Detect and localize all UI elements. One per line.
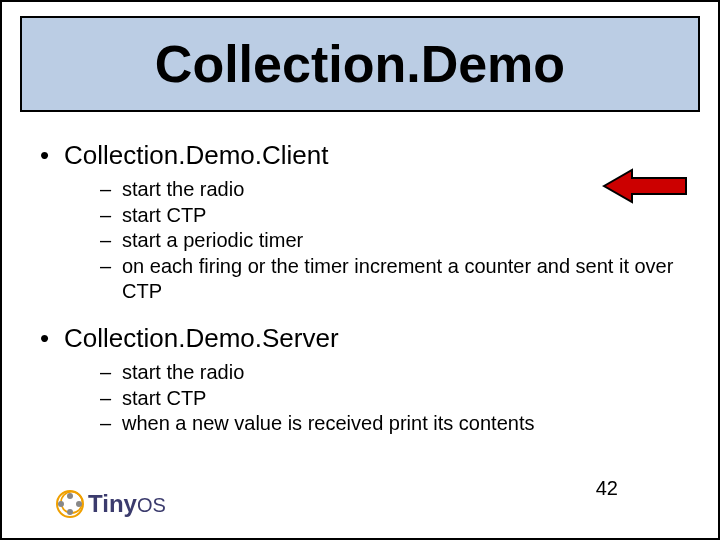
section-heading-text: Collection.Demo.Client [64,140,328,171]
list-item-text: on each firing or the timer increment a … [122,254,680,305]
arrow-shape [604,170,686,202]
title-band: Collection.Demo [20,16,700,112]
list-item-text: when a new value is received print its c… [122,411,680,437]
dash-icon: – [100,360,122,386]
list-item: – start a periodic timer [100,228,680,254]
section-server-items: – start the radio – start CTP – when a n… [100,360,680,437]
section-heading-server: • Collection.Demo.Server [40,323,680,354]
logo-prefix: Tiny [88,490,137,517]
logo-mark-icon [56,490,84,518]
list-item-text: start CTP [122,203,680,229]
arrow-left-icon [602,168,688,208]
list-item-text: start CTP [122,386,680,412]
list-item-text: start the radio [122,177,680,203]
bullet-icon: • [40,140,64,171]
list-item: – when a new value is received print its… [100,411,680,437]
list-item-text: start a periodic timer [122,228,680,254]
section-client-items: – start the radio – start CTP – start a … [100,177,680,305]
list-item: – start the radio [100,177,680,203]
bullet-icon: • [40,323,64,354]
page-number: 42 [596,477,618,500]
slide-title: Collection.Demo [155,34,565,94]
tinyos-logo: TinyOS [56,490,166,518]
list-item: – start CTP [100,386,680,412]
section-heading-client: • Collection.Demo.Client [40,140,680,171]
dash-icon: – [100,228,122,254]
section-heading-text: Collection.Demo.Server [64,323,339,354]
list-item: – start CTP [100,203,680,229]
dash-icon: – [100,203,122,229]
list-item: – start the radio [100,360,680,386]
logo-suffix: OS [137,494,166,516]
list-item-text: start the radio [122,360,680,386]
list-item: – on each firing or the timer increment … [100,254,680,305]
dash-icon: – [100,254,122,305]
logo-text: TinyOS [88,490,166,518]
dash-icon: – [100,177,122,203]
dash-icon: – [100,386,122,412]
dash-icon: – [100,411,122,437]
slide-body: • Collection.Demo.Client – start the rad… [2,112,718,437]
slide: Collection.Demo • Collection.Demo.Client… [0,0,720,540]
